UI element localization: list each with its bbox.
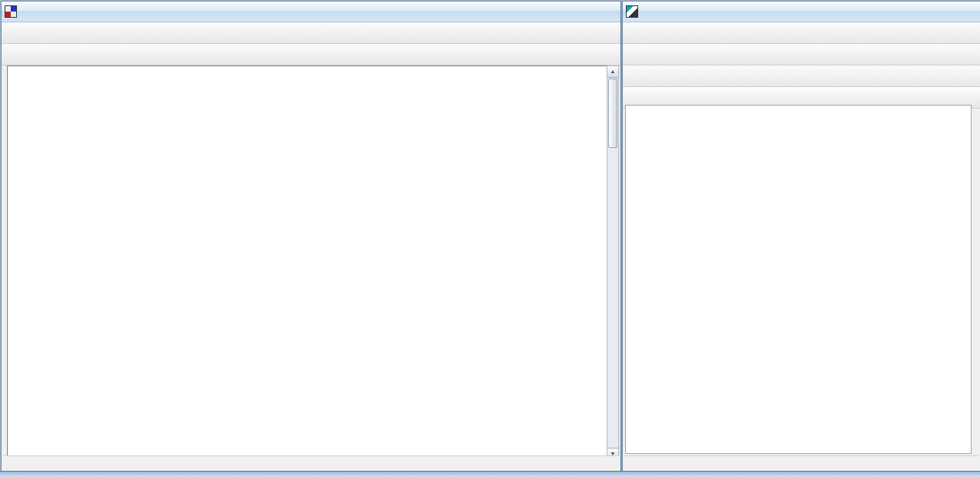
analysis-tag-toolbar [623,66,980,87]
schematic-main-toolbar [2,22,620,44]
schematic-vertical-scrollbar[interactable]: ▲ ▼ [607,66,619,460]
analysis-tab-bar [624,455,978,470]
ac-analysis-window [622,1,980,475]
scroll-up-button[interactable]: ▲ [607,66,618,78]
schematic-drawing [8,66,609,458]
analysis-cursor-toolbar [623,44,980,66]
schematic-edit-toolbar [2,44,620,66]
schematic-window-icon [5,5,17,18]
analysis-plots [626,106,969,452]
analysis-main-toolbar [623,22,980,44]
plot-canvas[interactable] [625,105,972,454]
analysis-window-icon [626,5,638,18]
analysis-titlebar[interactable] [623,2,980,22]
schematic-titlebar[interactable] [2,2,620,22]
micro-cap-desktop: ▲ ▼ [0,0,980,477]
vertical-scroll-thumb[interactable] [608,79,617,148]
schematic-canvas[interactable] [7,66,610,459]
schematic-tab-bar [3,455,619,470]
schematic-window: ▲ ▼ [1,1,621,472]
app-frame-bottom [0,471,980,477]
